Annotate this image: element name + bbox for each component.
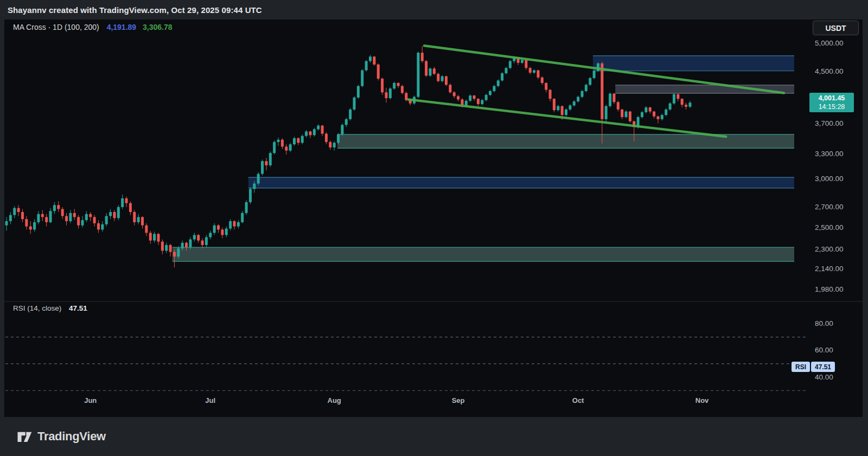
candle-body bbox=[61, 209, 64, 216]
candle-body bbox=[217, 226, 220, 230]
candle-body bbox=[457, 96, 459, 99]
tradingview-brand-text: TradingView bbox=[37, 429, 106, 444]
candle-body bbox=[421, 53, 424, 61]
price-chart-canvas[interactable] bbox=[0, 0, 868, 456]
candle-body bbox=[229, 221, 232, 229]
candle-body bbox=[273, 142, 276, 153]
candle-body bbox=[157, 234, 159, 241]
indicator-legend[interactable]: MA Cross · 1D (100, 200) 4,191.89 3,306.… bbox=[13, 23, 173, 31]
candle-body bbox=[545, 83, 547, 90]
candle-body bbox=[617, 102, 620, 110]
candle-body bbox=[117, 207, 120, 218]
candle-body bbox=[625, 112, 628, 117]
candle-body bbox=[277, 140, 280, 142]
tradingview-logo[interactable]: TradingView bbox=[16, 428, 106, 445]
trendline bbox=[408, 99, 726, 137]
candle-body bbox=[557, 106, 559, 110]
candle-body bbox=[189, 240, 192, 248]
candle-body bbox=[253, 184, 256, 189]
candle-body bbox=[493, 86, 495, 91]
candle-body bbox=[57, 205, 60, 209]
candle-body bbox=[385, 92, 387, 98]
candle-body bbox=[237, 222, 240, 227]
candle-body bbox=[325, 134, 328, 142]
candle-body bbox=[65, 216, 68, 221]
candle-body bbox=[644, 107, 647, 112]
candle-body bbox=[357, 86, 360, 98]
candle-body bbox=[437, 74, 439, 81]
candle-body bbox=[665, 110, 667, 115]
candle-body bbox=[77, 217, 80, 225]
candle-body bbox=[669, 104, 672, 110]
candle-body bbox=[641, 112, 643, 117]
candle-body bbox=[245, 202, 248, 213]
candle-body bbox=[601, 63, 603, 119]
rsi-legend[interactable]: RSI (14, close) 47.51 bbox=[13, 304, 87, 312]
candle-body bbox=[585, 85, 588, 91]
indicator-title: MA Cross · 1D (100, 200) bbox=[13, 23, 99, 31]
candle-body bbox=[313, 129, 316, 135]
rsi-value-badge: RSI 47.51 bbox=[792, 362, 835, 372]
candle-body bbox=[465, 101, 468, 106]
candle-body bbox=[477, 99, 480, 104]
candle-body bbox=[337, 134, 340, 143]
candle-body bbox=[589, 78, 591, 85]
candle-body bbox=[481, 100, 483, 104]
candle-body bbox=[321, 126, 324, 134]
support-resistance-zone bbox=[248, 177, 794, 188]
candle-body bbox=[509, 61, 512, 68]
candle-body bbox=[213, 226, 216, 233]
candle-body bbox=[389, 88, 392, 98]
candle-body bbox=[221, 229, 224, 235]
last-price-badge: 4,001.45 14:15:28 bbox=[809, 93, 854, 112]
candle-body bbox=[293, 138, 296, 144]
candle-body bbox=[153, 234, 156, 240]
candle-body bbox=[113, 212, 116, 218]
candle-body bbox=[333, 143, 336, 147]
candle-body bbox=[301, 136, 304, 143]
candle-body bbox=[281, 140, 284, 147]
candle-body bbox=[13, 208, 16, 215]
rsi-badge-value: 47.51 bbox=[811, 362, 835, 372]
candle-body bbox=[149, 233, 152, 240]
candle-body bbox=[265, 161, 267, 165]
ma200-value: 3,306.78 bbox=[143, 23, 173, 31]
candle-body bbox=[469, 95, 471, 101]
candle-body bbox=[105, 216, 108, 224]
candle-body bbox=[688, 102, 691, 107]
ma100-value: 4,191.89 bbox=[107, 23, 137, 31]
candle-body bbox=[317, 126, 320, 130]
candle-body bbox=[233, 221, 235, 227]
candle-body bbox=[205, 237, 208, 245]
candle-body bbox=[345, 119, 348, 125]
candle-body bbox=[553, 99, 556, 110]
candle-body bbox=[549, 90, 552, 99]
candle-body bbox=[261, 161, 264, 174]
candle-body bbox=[425, 61, 427, 76]
candle-body bbox=[501, 73, 503, 80]
candle-body bbox=[612, 94, 615, 102]
candle-body bbox=[453, 92, 456, 96]
candle-body bbox=[397, 83, 400, 86]
candle-body bbox=[561, 106, 564, 115]
candle-body bbox=[121, 198, 124, 207]
candle-body bbox=[533, 70, 535, 73]
candle-body bbox=[393, 83, 395, 88]
currency-toggle-button[interactable]: USDT bbox=[813, 21, 859, 35]
candle-body bbox=[17, 208, 20, 212]
support-resistance-zone bbox=[173, 247, 794, 261]
candle-body bbox=[53, 205, 56, 211]
candle-body bbox=[81, 220, 84, 226]
candle-body bbox=[101, 224, 104, 230]
candle-body bbox=[69, 213, 72, 221]
candle-body bbox=[365, 61, 368, 70]
candle-body bbox=[417, 53, 419, 97]
candle-body bbox=[661, 115, 663, 119]
candle-body bbox=[177, 248, 180, 256]
candle-body bbox=[605, 106, 608, 119]
candle-body bbox=[21, 212, 24, 219]
candle-body bbox=[73, 213, 76, 217]
candle-body bbox=[441, 76, 444, 81]
candle-body bbox=[529, 68, 532, 73]
candle-body bbox=[109, 212, 112, 216]
